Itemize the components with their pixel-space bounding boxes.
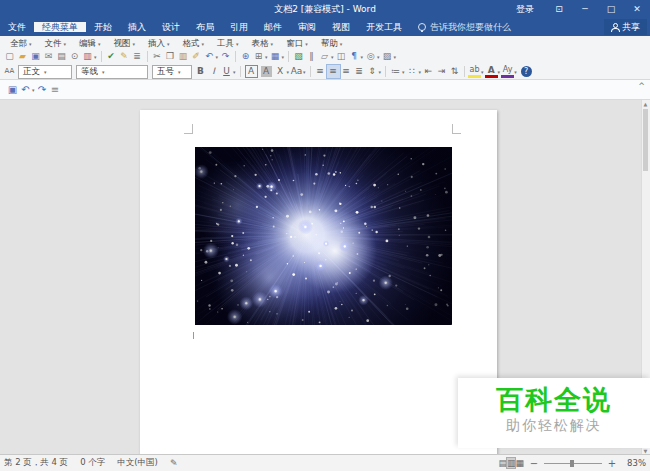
- font-combo[interactable]: 等线 ▾: [76, 65, 148, 79]
- menu-insert[interactable]: 插入▾: [142, 36, 177, 51]
- language-indicator[interactable]: 中文(中国): [117, 457, 158, 469]
- menu-view[interactable]: 视图▾: [108, 36, 143, 51]
- paste-icon[interactable]: ▥: [177, 50, 190, 63]
- highlight-color-icon-dropdown[interactable]: ▾: [481, 69, 484, 75]
- redo-icon[interactable]: ↷: [219, 50, 232, 63]
- collapse-ribbon-icon[interactable]: ^: [638, 82, 645, 91]
- tables-borders-icon[interactable]: ⊞: [252, 50, 265, 63]
- font-color-icon[interactable]: A: [485, 65, 498, 78]
- font-color-icon-dropdown[interactable]: ▾: [498, 69, 501, 75]
- tab-home[interactable]: 开始: [86, 22, 120, 32]
- show-marks-icon-dropdown[interactable]: ▾: [361, 54, 364, 60]
- galaxy-starburst-image[interactable]: [195, 147, 452, 325]
- menu-format[interactable]: 格式▾: [177, 36, 212, 51]
- columns-icon[interactable]: ‖: [305, 50, 318, 63]
- zoom-slider-thumb[interactable]: [570, 460, 574, 467]
- chart-icon[interactable]: ▨: [381, 50, 394, 63]
- character-scale-icon[interactable]: X: [274, 65, 287, 78]
- font-size-combo[interactable]: 五号 ▾: [152, 65, 192, 79]
- tab-view[interactable]: 视图: [324, 22, 358, 32]
- underline-icon[interactable]: U: [220, 65, 233, 78]
- spelling-icon[interactable]: ✔: [105, 50, 118, 63]
- document-page[interactable]: [140, 110, 497, 455]
- zoom-icon-dropdown[interactable]: ▾: [377, 54, 380, 60]
- share-button[interactable]: 共享: [604, 19, 647, 35]
- show-marks-icon[interactable]: ¶: [348, 50, 361, 63]
- chart-icon-dropdown[interactable]: ▾: [394, 54, 397, 60]
- tab-design[interactable]: 设计: [154, 22, 188, 32]
- customize-quick-access-icon[interactable]: ≡: [49, 83, 62, 96]
- web-layout-icon[interactable]: ▦: [515, 458, 524, 468]
- styles-icon[interactable]: AA: [3, 65, 16, 78]
- ink-icon[interactable]: ✎: [118, 50, 131, 63]
- cut-icon[interactable]: ✂: [151, 50, 164, 63]
- italic-icon[interactable]: I: [207, 65, 220, 78]
- menu-table[interactable]: 表格▾: [246, 36, 281, 51]
- align-right-icon[interactable]: ≡: [340, 65, 353, 78]
- zoom-slider[interactable]: [544, 463, 602, 464]
- sign-in-button[interactable]: 登录: [504, 0, 546, 18]
- print-icon[interactable]: ▤: [55, 50, 68, 63]
- open-icon[interactable]: ▰: [16, 50, 29, 63]
- increase-indent-icon[interactable]: ⇥: [435, 65, 448, 78]
- menu-window[interactable]: 窗口▾: [280, 36, 315, 51]
- char-effects-icon-dropdown[interactable]: ▾: [514, 69, 517, 75]
- distributed-icon[interactable]: ≣: [353, 65, 366, 78]
- bold-icon[interactable]: B: [194, 65, 207, 78]
- character-scale-icon-dropdown[interactable]: ▾: [287, 69, 290, 75]
- read-mode-icon[interactable]: ▤: [498, 458, 507, 468]
- qat-undo-icon-dropdown[interactable]: ▾: [32, 87, 35, 93]
- line-spacing-icon[interactable]: ⇕: [366, 65, 379, 78]
- character-shading-icon[interactable]: A: [261, 66, 272, 77]
- tell-me-box[interactable]: 告诉我你想要做什么: [410, 18, 519, 36]
- undo-icon[interactable]: ↶: [203, 50, 216, 63]
- line-spacing-icon-dropdown[interactable]: ▾: [379, 69, 382, 75]
- zoom-icon[interactable]: ◎: [364, 50, 377, 63]
- tab-insert[interactable]: 插入: [120, 22, 154, 32]
- zoom-out-button[interactable]: −: [529, 458, 539, 469]
- character-border-icon[interactable]: A: [246, 66, 257, 77]
- copy-icon[interactable]: ❐: [164, 50, 177, 63]
- qat-save-icon[interactable]: ▣: [6, 83, 19, 96]
- tab-file[interactable]: 文件: [0, 22, 34, 32]
- chevron-down-icon[interactable]: ▾: [102, 69, 105, 75]
- menu-edit[interactable]: 编辑▾: [73, 36, 108, 51]
- chevron-down-icon[interactable]: ▾: [178, 69, 181, 75]
- numbering-icon[interactable]: ≔: [389, 65, 402, 78]
- scroll-up-icon[interactable]: ▲: [642, 100, 649, 108]
- insert-excel-icon[interactable]: ▧: [292, 50, 305, 63]
- page-indicator[interactable]: 第 2 页，共 4 页: [4, 457, 68, 469]
- change-case-icon-dropdown[interactable]: ▾: [303, 69, 306, 75]
- pdf-export-icon-dropdown[interactable]: ▾: [94, 54, 97, 60]
- print-preview-icon[interactable]: ⊙: [68, 50, 81, 63]
- tab-classic-menu[interactable]: 经典菜单: [34, 22, 86, 32]
- format-painter-icon[interactable]: ✐: [190, 50, 203, 63]
- undo-icon-dropdown[interactable]: ▾: [216, 54, 219, 60]
- insert-table-icon[interactable]: ▦: [269, 50, 282, 63]
- word-count[interactable]: 0 个字: [80, 457, 105, 469]
- char-effects-icon[interactable]: Ay: [501, 65, 514, 78]
- menu-help[interactable]: 帮助▾: [315, 36, 350, 51]
- chevron-down-icon[interactable]: ▾: [44, 69, 47, 75]
- sort-icon[interactable]: ⇅: [448, 65, 461, 78]
- insert-table-icon-dropdown[interactable]: ▾: [282, 54, 285, 60]
- align-center-icon[interactable]: ≡: [327, 65, 340, 78]
- tab-mailings[interactable]: 邮件: [256, 22, 290, 32]
- change-case-icon[interactable]: Aa: [290, 65, 303, 78]
- drawing-icon[interactable]: ▱: [318, 50, 331, 63]
- tab-layout[interactable]: 布局: [188, 22, 222, 32]
- drawing-icon-dropdown[interactable]: ▾: [331, 54, 334, 60]
- bullets-icon[interactable]: ∷: [406, 65, 419, 78]
- mail-icon[interactable]: ✉: [42, 50, 55, 63]
- minimize-button[interactable]: ─: [572, 0, 598, 18]
- pdf-export-icon[interactable]: ▥: [81, 50, 94, 63]
- zoom-level[interactable]: 83%: [622, 458, 646, 468]
- qat-undo-icon[interactable]: ↶: [19, 83, 32, 96]
- help-icon[interactable]: ?: [521, 66, 532, 77]
- align-left-icon[interactable]: ≡: [314, 65, 327, 78]
- new-document-icon[interactable]: ▢: [3, 50, 16, 63]
- bullets-icon-dropdown[interactable]: ▾: [419, 69, 422, 75]
- highlight-color-icon[interactable]: ab: [468, 65, 481, 78]
- ribbon-display-options-icon[interactable]: ⊡: [546, 0, 572, 18]
- menu-file[interactable]: 文件▾: [39, 36, 74, 51]
